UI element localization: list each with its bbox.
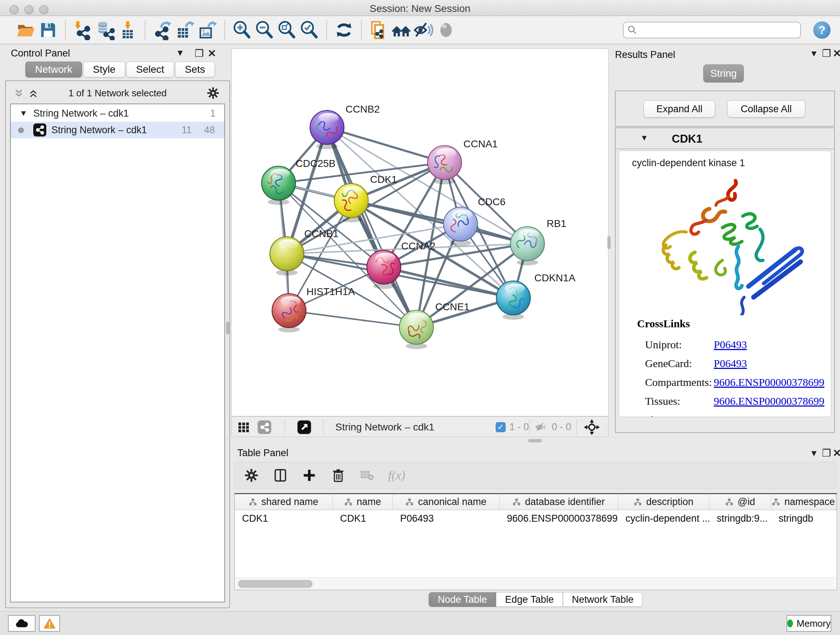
column-header--id[interactable]: @id bbox=[709, 494, 771, 510]
warning-button[interactable] bbox=[39, 615, 60, 632]
import-network-from-file-button[interactable] bbox=[72, 19, 94, 41]
open-session-button[interactable] bbox=[14, 19, 37, 41]
export-image-button[interactable] bbox=[196, 19, 218, 41]
memory-button[interactable]: Memory bbox=[786, 615, 831, 632]
collapse-all-button[interactable]: Collapse All bbox=[727, 100, 805, 118]
edge-CCNB2-CCNE1[interactable] bbox=[327, 127, 416, 327]
column-header-description[interactable]: description bbox=[618, 494, 709, 510]
column-header-namespace[interactable]: namespace bbox=[771, 494, 836, 510]
crosslink-link[interactable]: 9606.ENSP00000378699 bbox=[714, 395, 824, 407]
control-panel-float-icon[interactable]: ❐ bbox=[195, 49, 204, 59]
zoom-in-button[interactable] bbox=[231, 19, 253, 41]
zoom-fit-button[interactable] bbox=[276, 19, 298, 41]
add-column-button[interactable] bbox=[302, 467, 317, 483]
search-input[interactable] bbox=[623, 22, 801, 38]
section-collapse-caret-icon[interactable]: ▼ bbox=[640, 133, 648, 143]
crosslink-link[interactable]: 9606.ENSP00000378699 bbox=[714, 376, 824, 388]
show-columns-button[interactable] bbox=[272, 467, 288, 483]
edge-CCNB2-CCNA1[interactable] bbox=[327, 127, 445, 163]
expand-all-button[interactable]: Expand All bbox=[644, 100, 715, 118]
import-table-from-file-button[interactable] bbox=[117, 19, 139, 41]
node-CCNE1[interactable]: CCNE1 bbox=[399, 301, 470, 349]
table-panel-title: Table Panel bbox=[237, 448, 288, 459]
zoom-out-button[interactable] bbox=[253, 19, 276, 41]
tab-network-table[interactable]: Network Table bbox=[563, 592, 643, 607]
net-toolbar-separator bbox=[285, 420, 285, 434]
node-CDKN1A[interactable]: CDKN1A bbox=[496, 272, 576, 320]
two-houses-button[interactable] bbox=[390, 19, 412, 41]
node-CDC6[interactable]: CDC6 bbox=[444, 196, 505, 246]
columns-icon bbox=[273, 469, 287, 482]
tab-edge-table[interactable]: Edge Table bbox=[496, 592, 563, 607]
table-options-button[interactable] bbox=[243, 467, 259, 483]
crosslink-link[interactable]: P06493 bbox=[714, 339, 747, 351]
share-view-button[interactable] bbox=[257, 417, 272, 437]
network-collection-row[interactable]: ▼ String Network – cdk1 1 bbox=[11, 105, 224, 122]
export-network-button[interactable] bbox=[151, 19, 174, 41]
results-panel-float-icon[interactable]: ❐ bbox=[822, 49, 831, 59]
delete-column-button[interactable] bbox=[330, 467, 346, 483]
help-button[interactable]: ? bbox=[813, 21, 831, 39]
tab-string[interactable]: String bbox=[703, 65, 744, 82]
import-network-from-database-button[interactable] bbox=[94, 19, 117, 41]
edge-HIST1H1A-CCNE1[interactable] bbox=[289, 310, 416, 327]
control-panel-menu-icon[interactable]: ▼ bbox=[176, 49, 185, 57]
tab-node-table[interactable]: Node Table bbox=[429, 592, 496, 607]
crosslink-link[interactable]: P06493 bbox=[714, 357, 747, 370]
vertical-splitter-handle[interactable] bbox=[607, 236, 611, 249]
column-header-shared-name[interactable]: shared name bbox=[235, 494, 333, 510]
tab-sets[interactable]: Sets bbox=[175, 62, 215, 78]
hide-selected-button[interactable] bbox=[412, 19, 435, 41]
network-row-selected[interactable]: String Network – cdk1 11 48 bbox=[11, 122, 224, 138]
documents-share-icon bbox=[369, 20, 389, 40]
vertical-splitter-handle[interactable] bbox=[226, 321, 229, 334]
node-CCNA1[interactable]: CCNA1 bbox=[428, 138, 498, 184]
scrollbar-thumb[interactable] bbox=[238, 580, 313, 588]
node-label-CCNE1: CCNE1 bbox=[435, 301, 470, 312]
column-header-canonical-name[interactable]: canonical name bbox=[393, 494, 500, 510]
zoom-selected-button[interactable] bbox=[298, 19, 321, 41]
table-panel-float-icon[interactable]: ❐ bbox=[822, 448, 831, 458]
node-HIST1H1A[interactable]: HIST1H1A bbox=[272, 286, 355, 333]
cdk1-section-header[interactable]: ▼ CDK1 bbox=[616, 128, 834, 149]
table-panel-close-icon[interactable]: ✕ bbox=[833, 448, 840, 458]
string-network-graph[interactable]: CCNB2CCNA1CDC25BCDK1CDC6RB1CCNB1CCNA2CDK… bbox=[232, 49, 608, 416]
column-header-database-identifier[interactable]: database identifier bbox=[500, 494, 618, 510]
network-edge-count: 48 bbox=[204, 125, 215, 136]
status-bar: Memory bbox=[0, 611, 840, 635]
crosslinks-heading: CrossLinks bbox=[637, 318, 690, 330]
center-view-button[interactable] bbox=[584, 417, 600, 437]
tab-network[interactable]: Network bbox=[25, 62, 82, 78]
network-options-gear-icon[interactable] bbox=[207, 87, 219, 99]
clone-network-button[interactable] bbox=[368, 19, 390, 41]
export-table-button[interactable] bbox=[174, 19, 196, 41]
net-toolbar-separator bbox=[529, 420, 530, 434]
birds-eye-view-button[interactable] bbox=[297, 417, 311, 437]
refresh-button[interactable] bbox=[333, 19, 355, 41]
node-RB1[interactable]: RB1 bbox=[510, 218, 566, 265]
table-horizontal-scrollbar[interactable] bbox=[235, 578, 836, 590]
network-canvas[interactable]: CCNB2CCNA1CDC25BCDK1CDC6RB1CCNB1CCNA2CDK… bbox=[232, 49, 608, 416]
crosslink-link[interactable]: P06493 bbox=[714, 414, 747, 417]
selected-indicator[interactable]: ✓ 1 - 0 bbox=[496, 417, 529, 437]
horizontal-splitter-handle[interactable] bbox=[528, 439, 542, 442]
tab-style[interactable]: Style bbox=[83, 62, 125, 78]
hidden-indicator[interactable]: 0 - 0 bbox=[535, 417, 571, 437]
results-panel-menu-icon[interactable]: ▼ bbox=[810, 49, 818, 58]
results-panel-close-icon[interactable]: ✕ bbox=[833, 49, 840, 59]
table-panel-menu-icon[interactable]: ▼ bbox=[810, 449, 818, 458]
show-all-button[interactable] bbox=[435, 19, 457, 41]
tree-collapse-caret-icon[interactable]: ▼ bbox=[19, 109, 27, 118]
table-row[interactable]: CDK1CDK1P064939606.ENSP00000378699cyclin… bbox=[235, 510, 837, 527]
node-CCNB2[interactable]: CCNB2 bbox=[310, 103, 380, 149]
control-panel-close-icon[interactable]: ✕ bbox=[208, 49, 216, 59]
save-session-button[interactable] bbox=[37, 19, 59, 41]
results-panel-title: Results Panel bbox=[615, 49, 676, 60]
tab-select[interactable]: Select bbox=[126, 62, 174, 78]
column-header-name[interactable]: name bbox=[333, 494, 393, 510]
share-gray-icon bbox=[257, 420, 272, 434]
grid-view-button[interactable] bbox=[238, 417, 250, 437]
cloud-button[interactable] bbox=[8, 615, 35, 632]
network-row-label: String Network – cdk1 bbox=[51, 125, 147, 136]
expand-collapse-box: Expand All Collapse All bbox=[615, 90, 835, 127]
